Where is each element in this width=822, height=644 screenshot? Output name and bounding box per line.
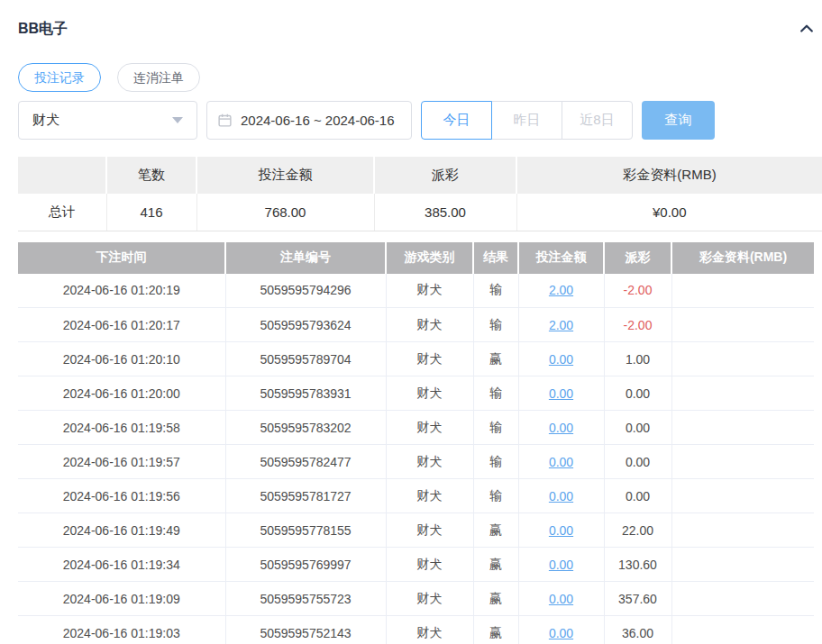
cell-result: 输 [473, 445, 518, 479]
table-row: 2024-06-16 01:20:17 5059595793624 财犬 输 2… [18, 308, 814, 342]
cell-game-type: 财犬 [386, 274, 473, 308]
cell-order-number: 5059595783931 [225, 376, 386, 411]
cell-order-number: 5059595783202 [225, 411, 386, 445]
cell-payout: -2.00 [604, 308, 671, 342]
chevron-up-icon[interactable] [797, 19, 817, 39]
bet-table-header-row: 下注时间 注单编号 游戏类别 结果 投注金额 派彩 彩金资料(RMB) [18, 242, 814, 274]
summary-total-bonus: ¥0.00 [516, 194, 822, 231]
cell-bonus [671, 376, 814, 411]
cell-game-type: 财犬 [386, 376, 473, 411]
cell-payout: 36.00 [604, 616, 671, 644]
cell-result: 输 [473, 308, 518, 342]
cell-game-type: 财犬 [386, 445, 473, 479]
summary-header-bet-amount: 投注金额 [196, 157, 374, 194]
cell-bonus [671, 582, 814, 616]
table-row: 2024-06-16 01:19:49 5059595778155 财犬 赢 0… [18, 513, 814, 548]
cell-bet-amount-link[interactable]: 0.00 [518, 342, 604, 376]
cell-bet-amount-link[interactable]: 0.00 [518, 548, 604, 582]
tab-cancelled-orders[interactable]: 连消注单 [117, 63, 200, 92]
cell-bet-time: 2024-06-16 01:19:58 [18, 411, 225, 445]
table-row: 2024-06-16 01:19:58 5059595783202 财犬 输 0… [18, 411, 814, 445]
summary-header-row: 笔数 投注金额 派彩 彩金资料(RMB) [18, 157, 822, 194]
cell-result: 赢 [473, 513, 518, 548]
col-header-bonus: 彩金资料(RMB) [671, 242, 814, 274]
yesterday-button[interactable]: 昨日 [491, 101, 562, 140]
bet-detail-table: 下注时间 注单编号 游戏类别 结果 投注金额 派彩 彩金资料(RMB) 2024… [18, 242, 814, 644]
summary-header-payout: 派彩 [374, 157, 516, 194]
cell-order-number: 5059595793624 [225, 308, 386, 342]
cell-result: 输 [473, 376, 518, 411]
panel-header: BB电子 [18, 0, 817, 39]
table-row: 2024-06-16 01:19:09 5059595755723 财犬 赢 0… [18, 582, 814, 616]
summary-header-empty [18, 157, 106, 194]
cell-payout: 357.60 [604, 582, 671, 616]
table-row: 2024-06-16 01:19:56 5059595781727 财犬 输 0… [18, 479, 814, 513]
cell-order-number: 5059595794296 [225, 274, 386, 308]
cell-result: 输 [473, 411, 518, 445]
cell-order-number: 5059595755723 [225, 582, 386, 616]
col-header-bet-amount: 投注金额 [518, 242, 604, 274]
cell-payout: 0.00 [604, 445, 671, 479]
cell-bet-amount-link[interactable]: 0.00 [518, 411, 604, 445]
col-header-order-number: 注单编号 [225, 242, 386, 274]
cell-bet-amount-link[interactable]: 2.00 [518, 274, 604, 308]
quick-date-button-group: 今日 昨日 近8日 [421, 101, 633, 140]
col-header-game-type: 游戏类别 [386, 242, 473, 274]
cell-order-number: 5059595782477 [225, 445, 386, 479]
col-header-bet-time: 下注时间 [18, 242, 225, 274]
date-range-value: 2024-06-16 ~ 2024-06-16 [241, 113, 395, 128]
last-8-days-button[interactable]: 近8日 [562, 101, 633, 140]
cell-order-number: 5059595789704 [225, 342, 386, 376]
cell-bet-time: 2024-06-16 01:19:03 [18, 616, 225, 644]
cell-game-type: 财犬 [386, 308, 473, 342]
cell-result: 赢 [473, 342, 518, 376]
table-row: 2024-06-16 01:20:19 5059595794296 财犬 输 2… [18, 274, 814, 308]
today-button[interactable]: 今日 [421, 101, 492, 140]
cell-bet-amount-link[interactable]: 0.00 [518, 376, 604, 411]
cell-bet-amount-link[interactable]: 0.00 [518, 513, 604, 548]
table-row: 2024-06-16 01:19:34 5059595769997 财犬 赢 0… [18, 548, 814, 582]
cell-payout: 0.00 [604, 376, 671, 411]
cell-bet-time: 2024-06-16 01:19:57 [18, 445, 225, 479]
cell-order-number: 5059595778155 [225, 513, 386, 548]
summary-table: 笔数 投注金额 派彩 彩金资料(RMB) 总计 416 768.00 385.0… [18, 157, 822, 231]
cell-bonus [671, 513, 814, 548]
cell-game-type: 财犬 [386, 411, 473, 445]
cell-game-type: 财犬 [386, 616, 473, 644]
cell-result: 赢 [473, 548, 518, 582]
page-title: BB电子 [18, 20, 68, 39]
cell-bet-amount-link[interactable]: 2.00 [518, 308, 604, 342]
cell-bet-time: 2024-06-16 01:20:00 [18, 376, 225, 411]
col-header-result: 结果 [473, 242, 518, 274]
cell-order-number: 5059595781727 [225, 479, 386, 513]
table-row: 2024-06-16 01:20:10 5059595789704 财犬 赢 0… [18, 342, 814, 376]
table-row: 2024-06-16 01:20:00 5059595783931 财犬 输 0… [18, 376, 814, 411]
cell-bonus [671, 548, 814, 582]
tab-bet-records[interactable]: 投注记录 [18, 63, 101, 92]
cell-payout: 1.00 [604, 342, 671, 376]
summary-total-label: 总计 [18, 194, 106, 231]
cell-bet-amount-link[interactable]: 0.00 [518, 582, 604, 616]
search-button[interactable]: 查询 [642, 101, 715, 140]
cell-game-type: 财犬 [386, 548, 473, 582]
cell-bet-amount-link[interactable]: 0.00 [518, 616, 604, 644]
cell-bonus [671, 342, 814, 376]
cell-bet-amount-link[interactable]: 0.00 [518, 479, 604, 513]
cell-bet-time: 2024-06-16 01:20:19 [18, 274, 225, 308]
cell-game-type: 财犬 [386, 582, 473, 616]
summary-header-count: 笔数 [106, 157, 196, 194]
cell-bonus [671, 308, 814, 342]
cell-bonus [671, 479, 814, 513]
cell-bet-amount-link[interactable]: 0.00 [518, 445, 604, 479]
cell-payout: 130.60 [604, 548, 671, 582]
table-row: 2024-06-16 01:19:57 5059595782477 财犬 输 0… [18, 445, 814, 479]
game-select[interactable]: 财犬 [18, 101, 197, 140]
cell-order-number: 5059595769997 [225, 548, 386, 582]
caret-down-icon [172, 117, 183, 123]
cell-result: 输 [473, 274, 518, 308]
date-range-picker[interactable]: 2024-06-16 ~ 2024-06-16 [206, 101, 412, 140]
cell-payout: -2.00 [604, 274, 671, 308]
cell-bonus [671, 616, 814, 644]
calendar-icon [217, 113, 233, 128]
col-header-payout: 派彩 [604, 242, 671, 274]
